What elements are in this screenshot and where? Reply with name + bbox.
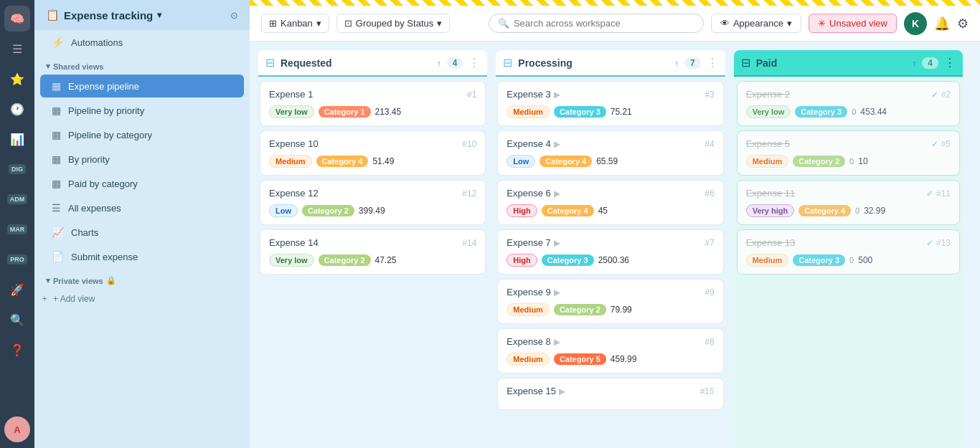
- category-tag: Category 3: [795, 106, 847, 118]
- sidebar-item-pipeline-priority[interactable]: ▦ Pipeline by priority: [40, 99, 244, 122]
- card-expense-12-header: Expense 12 #12: [269, 188, 476, 199]
- card-expense-15[interactable]: Expense 15 ▶ #15: [497, 378, 723, 410]
- sidebar-item-automations[interactable]: ⚡ Automations: [40, 31, 244, 54]
- card-expense-11[interactable]: Expense 11 ✓ #11 Very high Category 4 0 …: [737, 180, 960, 225]
- check-icon: ✓: [931, 139, 938, 149]
- category-tag: Category 3: [542, 254, 594, 266]
- sidebar-item-by-priority[interactable]: ▦ By priority: [40, 148, 244, 171]
- shared-views-chevron[interactable]: ▾: [46, 62, 50, 71]
- grouped-chevron: ▾: [437, 18, 442, 29]
- card-expense-9[interactable]: Expense 9 ▶ #9 Medium Category 2 79.99: [497, 279, 723, 324]
- sidebar-item-expense-pipeline[interactable]: ▦ Expense pipeline: [40, 75, 244, 97]
- search-rail-icon[interactable]: 🔍: [4, 307, 30, 333]
- sidebar-settings-icon[interactable]: ⊙: [230, 10, 238, 21]
- help-icon[interactable]: ❓: [4, 337, 30, 363]
- collapse-paid-icon[interactable]: ⊟: [741, 56, 750, 70]
- card-title: Expense 5: [746, 138, 790, 149]
- appearance-button[interactable]: 👁 Appearance ▾: [711, 14, 801, 33]
- search-input[interactable]: [514, 18, 694, 29]
- collapse-processing-icon[interactable]: ⊟: [503, 56, 512, 70]
- arrow-icon: ▶: [559, 386, 565, 396]
- card-expense-10-id: #10: [462, 139, 476, 149]
- card-expense-4[interactable]: Expense 4 ▶ #4 Low Category 4 65.59: [497, 130, 723, 176]
- asterisk-icon: ✳: [818, 18, 826, 29]
- card-expense-13[interactable]: Expense 13 ✓ #13 Medium Category 3 0 500: [737, 229, 960, 275]
- card-expense-1-id: #1: [467, 90, 476, 100]
- star-icon[interactable]: ☰: [4, 36, 30, 62]
- processing-title: Processing: [518, 57, 669, 69]
- priority-tag: High: [507, 254, 537, 267]
- adm-badge[interactable]: ADM: [4, 186, 30, 212]
- requested-title: Requested: [281, 57, 431, 69]
- card-expense-14[interactable]: Expense 14 #14 Very low Category 2 47.25: [260, 229, 486, 275]
- brain-icon[interactable]: 🧠: [4, 6, 30, 32]
- clock-icon[interactable]: 🕐: [4, 96, 30, 122]
- column-header-paid: ⊟ Paid ↑ 4 ⋮: [734, 50, 963, 77]
- card-expense-14-header: Expense 14 #14: [269, 237, 476, 248]
- sidebar-item-all-expenses[interactable]: ☰ All expenses: [40, 196, 244, 219]
- pro-badge[interactable]: PRO: [4, 247, 30, 272]
- requested-menu-icon[interactable]: ⋮: [468, 56, 480, 70]
- mar-badge[interactable]: MAR: [4, 216, 30, 242]
- charts-icon: 📈: [52, 227, 64, 238]
- sidebar-item-paid-category[interactable]: ▦ Paid by category: [40, 172, 244, 195]
- priority-tag: Low: [507, 155, 535, 168]
- card-expense-1-header: Expense 1 #1: [269, 89, 476, 100]
- search-icon: 🔍: [498, 18, 509, 29]
- sidebar-item-pipeline-category[interactable]: ▦ Pipeline by category: [40, 123, 244, 146]
- main-content: ⊞ Kanban ▾ ⊡ Grouped by Status ▾ 🔍 👁 App…: [250, 0, 980, 448]
- user-avatar[interactable]: K: [904, 12, 927, 35]
- sidebar-item-charts[interactable]: 📈 Charts: [40, 221, 244, 244]
- category-tag: Category 2: [793, 156, 845, 167]
- priority-tag: Medium: [746, 254, 789, 267]
- card-expense-3[interactable]: Expense 3 ▶ #3 Medium Category 3 75.21: [497, 81, 723, 126]
- card-expense-7[interactable]: Expense 7 ▶ #7 High Category 3 2500.36: [497, 229, 723, 275]
- sidebar: 📋 Expense tracking ▾ ⊙ ⚡ Automations ▾ S…: [34, 0, 250, 448]
- appearance-chevron: ▾: [787, 18, 792, 29]
- search-bar[interactable]: 🔍: [489, 14, 704, 33]
- card-expense-1-title: Expense 1: [269, 89, 313, 100]
- user-avatar-small[interactable]: A: [4, 416, 30, 442]
- card-expense-2[interactable]: Expense 2 ✓ #2 Very low Category 3 0 453…: [737, 81, 960, 126]
- sidebar-item-submit-expense[interactable]: 📄 Submit expense: [40, 245, 244, 268]
- title-chevron[interactable]: ▾: [157, 10, 161, 20]
- kanban-button[interactable]: ⊞ Kanban ▾: [261, 14, 329, 33]
- automations-icon: ⚡: [52, 37, 64, 48]
- settings-icon[interactable]: ⚙: [957, 16, 969, 32]
- priority-tag: Very low: [269, 105, 314, 118]
- grouped-button[interactable]: ⊡ Grouped by Status ▾: [336, 14, 450, 33]
- card-expense-12[interactable]: Expense 12 #12 Low Category 2 399.49: [260, 180, 486, 225]
- priority-tag: Medium: [507, 353, 550, 366]
- home-icon[interactable]: ⭐: [4, 66, 30, 92]
- card-expense-12-title: Expense 12: [269, 188, 319, 199]
- unsaved-view-button[interactable]: ✳ Unsaved view: [809, 14, 897, 33]
- all-expenses-icon: ☰: [52, 202, 61, 214]
- processing-count: 7: [684, 57, 701, 69]
- arrow-icon: ▶: [554, 90, 560, 100]
- category-tag: Category 2: [302, 205, 354, 216]
- card-expense-8[interactable]: Expense 8 ▶ #8 Medium Category 5 459.99: [497, 328, 723, 373]
- priority-tag: Medium: [507, 303, 550, 316]
- column-paid: ⊟ Paid ↑ 4 ⋮ Expense 2 ✓ #2: [734, 50, 963, 448]
- category-tag: Category 4: [542, 205, 594, 216]
- notifications-icon[interactable]: 🔔: [934, 16, 950, 32]
- priority-tag: Very low: [269, 254, 314, 267]
- add-view-button[interactable]: ＋ + Add view: [34, 288, 250, 309]
- card-expense-6[interactable]: Expense 6 ▶ #6 High Category 4 45: [497, 180, 723, 225]
- card-expense-10[interactable]: Expense 10 #10 Medium Category 4 51.49: [260, 130, 486, 176]
- card-expense-1[interactable]: Expense 1 #1 Very low Category 1 213.45: [260, 81, 486, 126]
- card-expense-5[interactable]: Expense 5 ✓ #5 Medium Category 2 0 10: [737, 130, 960, 176]
- paid-sort-icon: ↑: [913, 59, 917, 67]
- kanban-icon: ⊞: [269, 18, 277, 29]
- arrow-icon: ▶: [554, 189, 560, 199]
- card-header: Expense 3 ▶ #3: [507, 89, 714, 100]
- paid-menu-icon[interactable]: ⋮: [944, 56, 956, 70]
- by-priority-icon: ▦: [52, 153, 61, 165]
- card-expense-14-tags: Very low Category 2 47.25: [269, 254, 476, 267]
- processing-menu-icon[interactable]: ⋮: [707, 56, 718, 70]
- rocket-icon[interactable]: 🚀: [4, 277, 30, 302]
- chart-icon[interactable]: 📊: [4, 126, 30, 152]
- private-views-chevron[interactable]: ▾: [46, 276, 50, 285]
- dig-badge[interactable]: DIG: [4, 156, 30, 182]
- collapse-requested-icon[interactable]: ⊟: [265, 56, 275, 70]
